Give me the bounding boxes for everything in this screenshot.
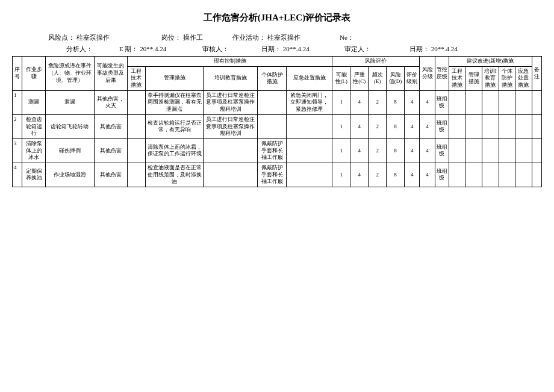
table-cell: 检查齿轮箱运行是否正常，有无异响 bbox=[145, 114, 204, 138]
date-e-label: E 期： bbox=[119, 45, 138, 52]
date2-value: 20**.4.24 bbox=[431, 45, 458, 52]
th-suggest: 建议改进(新增)措施 bbox=[449, 57, 532, 67]
table-cell: 2 bbox=[369, 138, 387, 163]
table-cell bbox=[449, 138, 465, 163]
table-cell: 4 bbox=[350, 114, 369, 138]
th-train: 培训教育措施 bbox=[204, 66, 258, 90]
th-s-train: 培训I教育措施 bbox=[482, 66, 499, 90]
page-title: 工作危害分析(JHA+LEC)评价记录表 bbox=[12, 12, 542, 23]
table-cell: 4 bbox=[405, 90, 420, 114]
table-cell bbox=[127, 138, 145, 163]
table-cell: 1 bbox=[332, 138, 350, 163]
table-cell bbox=[515, 90, 532, 114]
th-seq: 序号 bbox=[13, 57, 22, 91]
table-cell bbox=[465, 163, 482, 187]
date-e-value: 20**.4.24 bbox=[140, 45, 166, 52]
table-cell: 泄漏 bbox=[46, 90, 95, 114]
table-cell: 4 bbox=[350, 138, 369, 163]
table-cell: 员工进行日常巡检注意事项及柱塞泵操作规程培训 bbox=[204, 90, 258, 114]
table-cell: 4 bbox=[405, 138, 420, 163]
th-s-emer: 应急处置措施 bbox=[515, 66, 532, 90]
table-cell: 4 bbox=[350, 90, 369, 114]
th-accident: 可能发生的事故类型及后果 bbox=[94, 57, 127, 91]
table-cell bbox=[532, 138, 541, 163]
activity-label: 作业活动： bbox=[232, 34, 266, 41]
table-cell: 班组级 bbox=[435, 163, 449, 187]
table-cell bbox=[532, 90, 541, 114]
table-cell: 班组级 bbox=[435, 114, 449, 138]
table-cell: 其他伤害，火灾 bbox=[94, 90, 127, 114]
table-cell bbox=[127, 163, 145, 187]
table-cell: 检查油液面是否在正常使用线范围，及时添换油 bbox=[145, 163, 204, 187]
table-row: 4定期保养换油作业场地湿滑其他伤害检查油液面是否在正常使用线范围，及时添换油佩戴… bbox=[13, 163, 542, 187]
table-row: 1测漏泄漏其他伤害，火灾拿手持测漏仪在柱塞泵周围巡检测漏，看有无泄漏点员工进行日… bbox=[13, 90, 542, 114]
approver-label: 审定人： bbox=[344, 45, 371, 52]
reviewer-label: 审核人： bbox=[202, 45, 229, 52]
table-cell: 定期保养换油 bbox=[22, 163, 46, 187]
table-cell bbox=[465, 114, 482, 138]
th-grade: 评价级别 bbox=[405, 66, 420, 90]
ne-label: Ne： bbox=[340, 34, 354, 41]
table-row: 2检查齿轮箱运行齿轮箱飞轮转动其他伤害检查齿轮箱运行是否正常，有无异响员工进行日… bbox=[13, 114, 542, 138]
table-cell: 1 bbox=[13, 90, 22, 114]
th-ppe: 个体防护措施 bbox=[258, 66, 287, 90]
post-value: 操作工 bbox=[183, 34, 203, 41]
table-cell: 8 bbox=[387, 90, 405, 114]
table-cell bbox=[127, 114, 145, 138]
table-cell bbox=[515, 163, 532, 187]
table-cell: 4 bbox=[420, 90, 435, 114]
table-cell: 4 bbox=[405, 114, 420, 138]
risk-point-label: 风险点： bbox=[48, 34, 75, 41]
th-ctrl-lvl: 管控层级 bbox=[435, 57, 449, 91]
table-cell: 员工进行日常巡检注意事项及柱塞泵操作规程培训 bbox=[204, 114, 258, 138]
table-cell bbox=[465, 138, 482, 163]
table-cell: 拿手持测漏仪在柱塞泵周围巡检测漏，看有无泄漏点 bbox=[145, 90, 204, 114]
th-step: 作业步骤 bbox=[22, 57, 46, 91]
table-cell bbox=[465, 90, 482, 114]
jha-table: 序号 作业步骤 危险源或潜在事件（人、物、作业环境、管理） 可能发生的事故类型及… bbox=[12, 56, 542, 187]
table-cell: 其他伤害 bbox=[94, 138, 127, 163]
table-cell: 紧急关闭闸门，立即通知领导，紧急抢修理 bbox=[287, 90, 332, 114]
table-cell: 4 bbox=[420, 114, 435, 138]
table-cell: 1 bbox=[332, 90, 350, 114]
table-cell bbox=[287, 114, 332, 138]
table-cell: 2 bbox=[13, 114, 22, 138]
date1-value: 20**.4.24 bbox=[283, 45, 310, 52]
table-cell: 4 bbox=[350, 163, 369, 187]
table-cell bbox=[515, 114, 532, 138]
th-note: 备注 bbox=[532, 57, 541, 91]
risk-point-value: 柱塞泵操作 bbox=[76, 34, 110, 41]
th-risk-cls: 风险分级 bbox=[420, 57, 435, 91]
table-cell bbox=[499, 138, 515, 163]
table-cell: 2 bbox=[369, 163, 387, 187]
table-cell bbox=[204, 138, 258, 163]
th-C: 严重性(C) bbox=[350, 66, 369, 90]
table-cell: 作业场地湿滑 bbox=[46, 163, 95, 187]
table-cell: 4 bbox=[420, 163, 435, 187]
table-cell: 其他伤害 bbox=[94, 114, 127, 138]
table-cell: 测漏 bbox=[22, 90, 46, 114]
table-cell: 碰伤摔倒 bbox=[46, 138, 95, 163]
table-cell bbox=[258, 114, 287, 138]
th-D: 风险值(D) bbox=[387, 66, 405, 90]
th-eng: 工程技术措施 bbox=[127, 66, 145, 90]
th-mgmt: 管理措施 bbox=[145, 66, 204, 90]
table-cell: 班组级 bbox=[435, 138, 449, 163]
table-cell bbox=[499, 114, 515, 138]
th-existing: 现有控制措施 bbox=[127, 57, 332, 67]
table-cell: 8 bbox=[387, 163, 405, 187]
analyst-label: 分析人： bbox=[66, 45, 93, 52]
table-cell bbox=[204, 163, 258, 187]
table-cell: 1 bbox=[332, 114, 350, 138]
table-cell bbox=[449, 90, 465, 114]
table-row: 3清除泵体上的冰水碰伤摔倒其他伤害清除泵体上面的冰霜，保证泵的工作运行环境佩戴防… bbox=[13, 138, 542, 163]
table-cell: 班组级 bbox=[435, 90, 449, 114]
table-cell bbox=[482, 163, 499, 187]
th-s-mgmt: 管理措施 bbox=[465, 66, 482, 90]
table-cell: 8 bbox=[387, 114, 405, 138]
table-cell bbox=[482, 138, 499, 163]
th-emer: 应急处置措施 bbox=[287, 66, 332, 90]
table-cell bbox=[482, 90, 499, 114]
table-cell: 佩戴防护手套和长袖工作服 bbox=[258, 163, 287, 187]
table-cell: 4 bbox=[405, 163, 420, 187]
